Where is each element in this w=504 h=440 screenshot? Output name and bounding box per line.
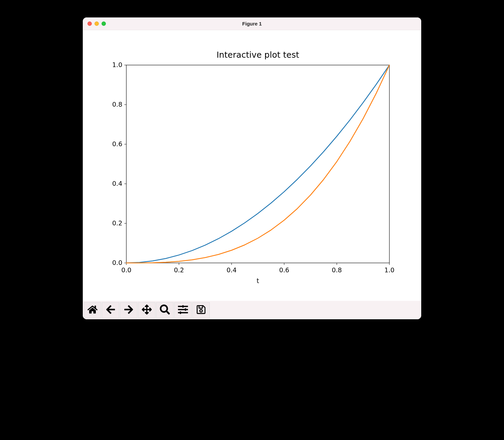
svg-text:0.2: 0.2 <box>174 266 184 274</box>
arrow-right-icon <box>124 305 134 316</box>
maximize-button[interactable] <box>102 21 106 26</box>
svg-text:0.4: 0.4 <box>227 266 237 274</box>
svg-text:0.8: 0.8 <box>332 266 342 274</box>
save-button[interactable] <box>192 302 210 318</box>
sliders-icon <box>178 305 188 316</box>
save-icon <box>196 305 206 316</box>
svg-text:1.0: 1.0 <box>112 61 122 68</box>
close-button[interactable] <box>87 21 92 26</box>
titlebar: Figure 1 <box>83 17 421 30</box>
svg-text:Interactive plot test: Interactive plot test <box>216 50 299 60</box>
svg-text:0.6: 0.6 <box>279 266 289 274</box>
svg-text:0.0: 0.0 <box>121 266 131 274</box>
home-icon <box>87 305 98 316</box>
minimize-button[interactable] <box>94 21 99 26</box>
svg-text:0.6: 0.6 <box>112 140 122 148</box>
chart: 0.00.20.40.60.81.00.00.20.40.60.81.0Inte… <box>83 32 421 300</box>
svg-text:0.8: 0.8 <box>112 101 122 108</box>
configure-button[interactable] <box>174 302 192 318</box>
zoom-icon <box>160 305 170 316</box>
svg-text:1.0: 1.0 <box>384 266 394 274</box>
home-button[interactable] <box>84 302 101 318</box>
forward-button[interactable] <box>120 302 137 318</box>
figure-window: Figure 1 0.00.20.40.60.81.00.00.20.40.60… <box>83 17 421 319</box>
svg-text:0.2: 0.2 <box>112 219 122 227</box>
svg-rect-0 <box>126 65 389 263</box>
toolbar <box>83 301 421 319</box>
svg-text:t: t <box>257 277 259 284</box>
plot-canvas[interactable]: 0.00.20.40.60.81.00.00.20.40.60.81.0Inte… <box>83 30 421 301</box>
svg-text:0.4: 0.4 <box>112 180 122 187</box>
pan-button[interactable] <box>138 302 155 318</box>
window-title: Figure 1 <box>242 21 262 26</box>
move-icon <box>142 305 152 316</box>
back-button[interactable] <box>102 302 119 318</box>
arrow-left-icon <box>106 305 116 316</box>
zoom-button[interactable] <box>156 302 174 318</box>
traffic-lights <box>87 21 106 26</box>
svg-text:0.0: 0.0 <box>112 259 122 266</box>
